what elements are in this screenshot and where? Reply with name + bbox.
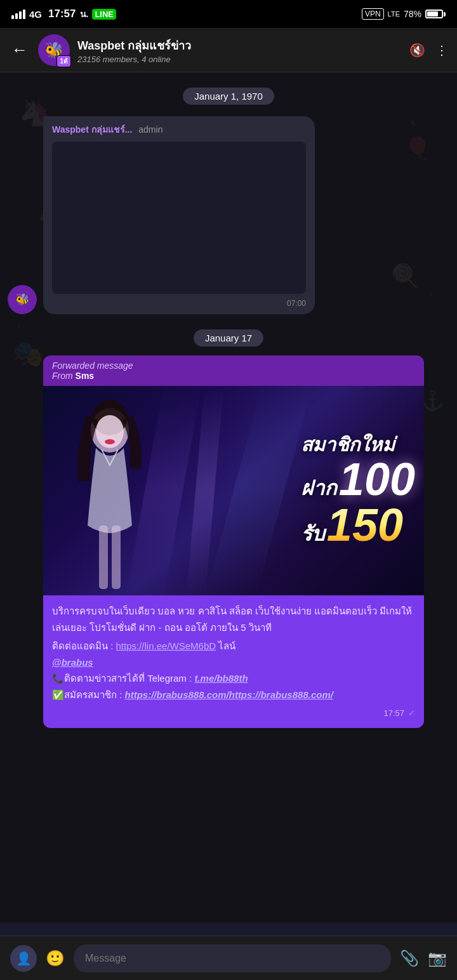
bottom-bar: 👤 🙂 📎 📷 [0,936,457,980]
forwarded-label: Forwarded message [52,361,415,371]
message-input[interactable] [74,944,391,972]
header-info[interactable]: Waspbet กลุ่มแชร์ข่าว 23156 members, 4 o… [77,36,402,64]
checkmark-icon: ✓ [408,706,415,720]
svg-rect-4 [99,526,108,589]
svg-point-3 [105,439,115,444]
group-name: Waspbet กลุ่มแชร์ข่าว [77,36,402,55]
time-display: 17:57 [48,8,76,20]
sender-label: Waspbet กลุ่มแชร์... admin [52,122,306,136]
chat-header: ← 🐝 1ด้ Waspbet กลุ่มแชร์ข่าว 23156 memb… [0,28,457,72]
deco-icon: ⚓ [421,390,444,412]
attach-button[interactable]: 📎 [400,950,419,967]
register-url[interactable]: https://brabus888.com/https://brabus888.… [125,689,333,700]
unread-badge: 1ด้ [56,55,71,67]
promo-card[interactable]: Forwarded message From Sms [43,355,424,728]
status-bar: 4G 17:57 น. LINE VPN LTE 78% [0,0,457,28]
signal-label: 4G [29,9,42,20]
promo-telegram: 📞ติดตามข่าวสารได้ที่ Telegram : t.me/bb8… [52,670,415,687]
more-options-icon[interactable]: ⋮ [435,43,448,58]
promo-register: ✅สมัครสมาชิก : https://brabus888.com/htt… [52,687,415,703]
message-row-1: 🐝 Waspbet กลุ่มแชร์... admin 07:00 [0,114,457,317]
mute-icon[interactable]: 🔇 [409,43,425,58]
telegram-url[interactable]: t.me/bb88th [194,673,248,684]
camera-button[interactable]: 📷 [428,950,447,967]
message-image [52,142,306,294]
forwarded-header: Forwarded message From Sms [43,355,424,386]
vpn-label: VPN [362,8,384,20]
promo-text: สมาชิกใหม่ ฝาก 100 รับ 150 [301,434,415,548]
period-label: น. [80,7,89,21]
user-avatar: 👤 [10,945,37,972]
promo-line2: ฝาก 100 [301,456,415,502]
promo-contact: ติดต่อแอดมิน : https://lin.ee/WSeM6bD ไล… [52,638,415,654]
promo-line3: รับ 150 [301,502,415,548]
woman-figure [50,399,170,595]
contact-url[interactable]: https://lin.ee/WSeM6bD [116,640,216,651]
member-count: 23156 members, 4 online [77,55,402,64]
status-left: 4G 17:57 น. LINE [11,7,116,21]
status-right: VPN LTE 78% [362,8,446,20]
deco-icon: 🎈 [404,136,432,162]
line-icon: LINE [92,9,116,20]
message-time: 07:00 [52,299,306,308]
deco-icon: 🎭 [13,339,44,369]
date-badge-2: January 17 [0,329,457,347]
promo-footer: 17:57 ✓ [52,706,415,720]
svg-rect-5 [112,526,121,589]
promo-body-text: บริการครบจบในเว็บเดียว บอล หวย คาสิโน สล… [52,603,415,635]
emoji-button[interactable]: 🙂 [46,950,65,967]
sender-avatar: 🐝 [8,285,37,314]
back-button[interactable]: ← [9,37,30,62]
battery-icon [425,10,446,18]
promo-image: สมาชิกใหม่ ฝาก 100 รับ 150 [43,386,424,595]
promo-time: 17:57 [383,706,404,720]
header-actions: 🔇 ⋮ [409,43,448,58]
group-avatar[interactable]: 🐝 1ด้ [38,34,70,66]
message-bubble-1[interactable]: Waspbet กลุ่มแชร์... admin 07:00 [43,116,315,314]
date-badge-1: January 1, 1970 [0,88,457,105]
battery-percent: 78% [404,9,421,19]
forwarded-from: From Sms [52,371,415,381]
promo-line1: สมาชิกใหม่ [301,434,415,456]
lte-label: LTE [388,10,400,18]
promo-line-id: @brabus [52,654,415,671]
signal-icon [11,10,25,19]
chat-area: 🦄 🎈 🖌️ 🍭 🎭 ⚓ 🎪 January 1, 1970 🐝 Waspbet… [0,72,457,923]
deco-icon: 🍭 [391,263,419,289]
promo-body: บริการครบจบในเว็บเดียว บอล หวย คาสิโน สล… [43,595,424,728]
